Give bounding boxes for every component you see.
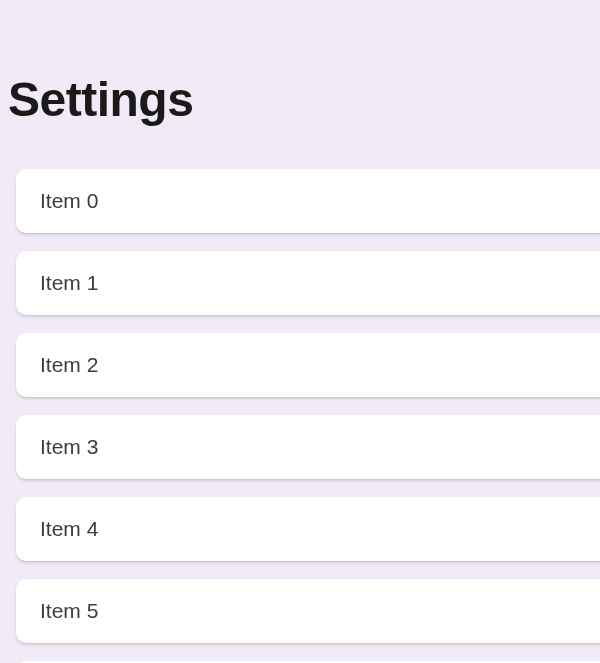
settings-page: Settings Item 0 Item 1 Item 2 Item 3 Ite… [0,0,600,663]
list-item[interactable]: Item 1 [16,251,600,315]
list-item-label: Item 0 [40,189,98,212]
list-item-label: Item 4 [40,517,98,540]
settings-list: Item 0 Item 1 Item 2 Item 3 Item 4 Item … [8,169,600,663]
list-item-label: Item 1 [40,271,98,294]
list-item[interactable]: Item 0 [16,169,600,233]
list-item-label: Item 2 [40,353,98,376]
list-item[interactable]: Item 4 [16,497,600,561]
list-item-label: Item 5 [40,599,98,622]
list-item-label: Item 3 [40,435,98,458]
list-item[interactable]: Item 5 [16,579,600,643]
list-item[interactable]: Item 2 [16,333,600,397]
page-title: Settings [8,72,600,127]
list-item[interactable]: Item 3 [16,415,600,479]
